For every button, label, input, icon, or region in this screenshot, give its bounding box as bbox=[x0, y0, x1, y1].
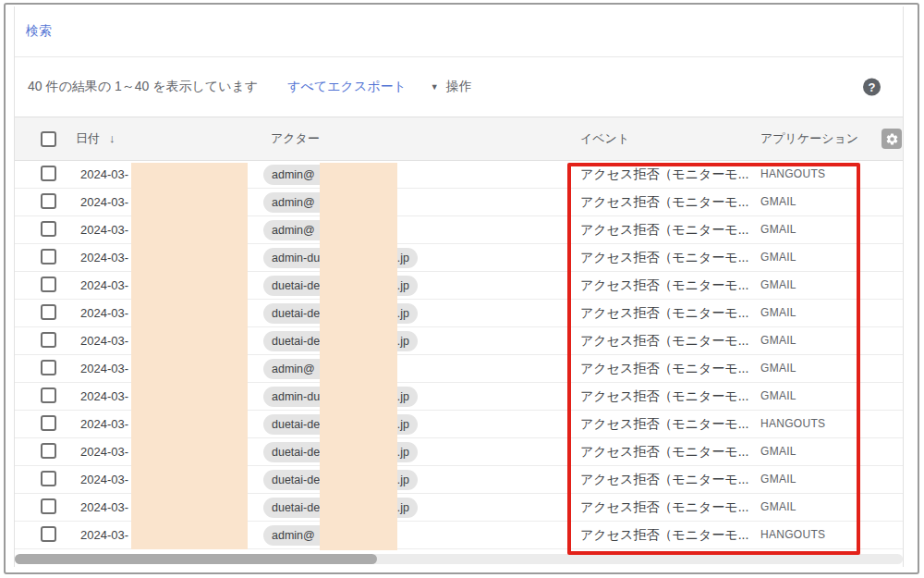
date-cell: 2024-03- bbox=[80, 327, 128, 354]
actor-prefix: duetai-de bbox=[272, 418, 320, 431]
table-header-row: 日付↓ アクター イベント アプリケーション bbox=[15, 117, 903, 161]
row-checkbox[interactable] bbox=[41, 304, 56, 320]
help-icon[interactable]: ? bbox=[863, 79, 881, 96]
export-all-link[interactable]: すべてエクスポート bbox=[287, 79, 407, 95]
redaction-overlay-actor bbox=[320, 163, 397, 550]
date-cell: 2024-03- bbox=[80, 272, 128, 299]
actor-suffix: .jp bbox=[397, 501, 409, 514]
actor-prefix: admin@ bbox=[272, 529, 315, 542]
row-checkbox[interactable] bbox=[41, 498, 56, 514]
date-cell: 2024-03- bbox=[80, 494, 128, 521]
actor-suffix: .jp bbox=[397, 335, 409, 348]
redaction-overlay-date bbox=[131, 163, 248, 549]
actor-prefix: duetai-de bbox=[272, 446, 320, 459]
actor-prefix: duetai-de bbox=[272, 307, 320, 320]
date-cell: 2024-03- bbox=[80, 438, 128, 465]
horizontal-scrollbar[interactable] bbox=[15, 554, 903, 564]
highlight-red-box bbox=[567, 163, 860, 555]
row-checkbox[interactable] bbox=[41, 193, 56, 209]
date-cell: 2024-03- bbox=[80, 355, 128, 382]
date-cell: 2024-03- bbox=[80, 300, 128, 326]
actor-prefix: duetai-de bbox=[272, 501, 320, 514]
actor-suffix: .jp bbox=[397, 390, 409, 403]
date-cell: 2024-03- bbox=[80, 383, 128, 410]
row-checkbox[interactable] bbox=[41, 332, 56, 348]
row-checkbox[interactable] bbox=[41, 471, 56, 486]
actor-suffix: .jp bbox=[397, 307, 409, 320]
sort-descending-icon[interactable]: ↓ bbox=[109, 131, 116, 145]
results-count-text: 40 件の結果の 1～40 を表示しています bbox=[28, 79, 258, 95]
row-checkbox[interactable] bbox=[41, 249, 56, 264]
gear-icon bbox=[885, 132, 899, 146]
search-link[interactable]: 検索 bbox=[26, 23, 52, 40]
actor-suffix: .jp bbox=[397, 418, 409, 431]
column-header-actor[interactable]: アクター bbox=[271, 130, 320, 147]
column-header-event[interactable]: イベント bbox=[580, 130, 629, 147]
actions-dropdown[interactable]: ▼ 操作 bbox=[431, 79, 472, 95]
column-header-application[interactable]: アプリケーション bbox=[760, 130, 858, 147]
date-cell: 2024-03- bbox=[80, 522, 128, 548]
row-checkbox[interactable] bbox=[41, 277, 56, 292]
date-cell: 2024-03- bbox=[80, 161, 128, 188]
date-cell: 2024-03- bbox=[80, 411, 128, 437]
actor-suffix: .jp bbox=[397, 446, 409, 459]
date-cell: 2024-03- bbox=[80, 466, 128, 493]
actor-prefix: duetai-de bbox=[272, 335, 320, 348]
actor-prefix: duetai-de bbox=[272, 279, 320, 292]
actor-prefix: admin@ bbox=[272, 196, 315, 209]
actor-prefix: admin@ bbox=[272, 224, 315, 237]
window-frame: 検索 40 件の結果の 1～40 を表示しています すべてエクスポート ▼ 操作… bbox=[4, 3, 919, 574]
actor-suffix: .jp bbox=[397, 279, 409, 292]
date-cell: 2024-03- bbox=[80, 189, 128, 215]
column-header-date[interactable]: 日付↓ bbox=[76, 130, 116, 147]
row-checkbox[interactable] bbox=[41, 166, 56, 181]
date-cell: 2024-03- bbox=[80, 216, 128, 243]
select-all-checkbox[interactable] bbox=[41, 131, 56, 147]
row-checkbox[interactable] bbox=[41, 415, 56, 431]
actor-suffix: .jp bbox=[397, 252, 409, 264]
actor-suffix: .jp bbox=[397, 473, 409, 486]
actor-prefix: duetai-de bbox=[272, 473, 320, 486]
actor-prefix: admin@ bbox=[272, 363, 315, 375]
actor-prefix: admin@ bbox=[272, 168, 315, 181]
search-row: 検索 bbox=[15, 6, 903, 57]
row-checkbox[interactable] bbox=[41, 221, 56, 237]
audit-log-panel: 検索 40 件の結果の 1～40 を表示しています すべてエクスポート ▼ 操作… bbox=[14, 6, 904, 567]
date-cell: 2024-03- bbox=[80, 244, 128, 271]
scrollbar-thumb[interactable] bbox=[15, 554, 377, 564]
actor-prefix: admin-du bbox=[272, 252, 320, 264]
row-checkbox[interactable] bbox=[41, 360, 56, 375]
row-checkbox[interactable] bbox=[41, 387, 56, 403]
row-checkbox[interactable] bbox=[41, 443, 56, 459]
toolbar: 40 件の結果の 1～40 を表示しています すべてエクスポート ▼ 操作 ? bbox=[15, 57, 903, 117]
chevron-down-icon: ▼ bbox=[431, 83, 439, 92]
actions-dropdown-label: 操作 bbox=[446, 79, 472, 95]
column-settings-button[interactable] bbox=[881, 129, 902, 149]
row-checkbox[interactable] bbox=[41, 526, 56, 542]
actor-prefix: admin-du bbox=[272, 390, 320, 403]
